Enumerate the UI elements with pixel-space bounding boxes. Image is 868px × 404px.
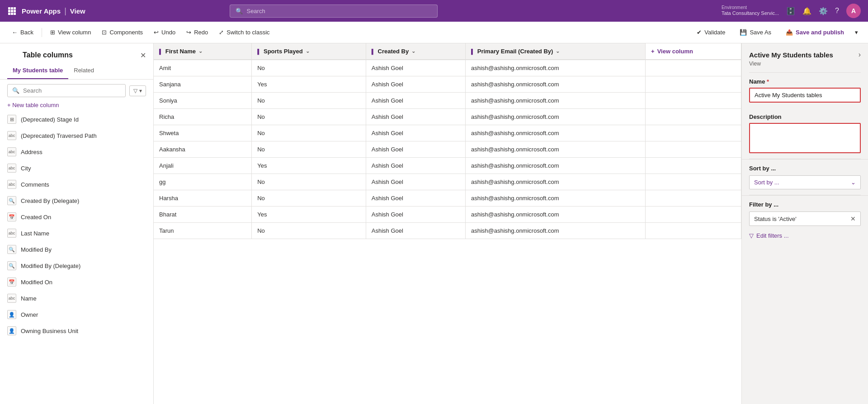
field-icon-abc: abc — [7, 147, 16, 156]
table-row[interactable]: Shweta No Ashish Goel ashish@ashishg.onm… — [154, 125, 741, 141]
nav-right: Environment Tata Consultancy Servic... 🗄… — [722, 4, 861, 18]
list-item[interactable]: 🔍 Modified By — [0, 241, 153, 258]
list-item[interactable]: abc Comments — [0, 176, 153, 193]
right-panel-title: Active My Students tables — [749, 51, 833, 59]
list-item[interactable]: abc Address — [0, 144, 153, 160]
sort-dropdown[interactable]: Sort by ... ⌄ — [749, 175, 861, 189]
edit-filters-button[interactable]: ▽ Edit filters ... — [749, 230, 861, 242]
list-item[interactable]: abc Name — [0, 290, 153, 306]
sort-arrow-sports[interactable]: ⌄ — [306, 48, 310, 54]
sidebar-close-button[interactable]: ✕ — [140, 51, 146, 60]
main-layout: Table columns ✕ My Students table Relate… — [0, 43, 868, 404]
components-button[interactable]: ⊡ Components — [97, 26, 147, 38]
list-item[interactable]: abc City — [0, 160, 153, 176]
sort-arrow-email[interactable]: ⌄ — [556, 48, 560, 54]
description-input-wrapper — [749, 123, 861, 153]
svg-rect-1 — [11, 7, 13, 9]
col-header-firstname[interactable]: ▌ First Name ⌄ — [154, 43, 252, 60]
validate-button[interactable]: ✔ Validate — [690, 26, 731, 38]
bell-icon[interactable]: 🔔 — [802, 7, 811, 15]
right-panel-subtitle: View — [742, 61, 868, 72]
settings-icon[interactable]: ⚙️ — [819, 7, 828, 15]
remove-filter-button[interactable]: ✕ — [850, 215, 856, 222]
grid-body: Amit No Ashish Goel ashish@ashishg.onmic… — [154, 60, 741, 239]
sort-label: Sort by ... — [749, 165, 861, 172]
table-row[interactable]: gg No Ashish Goel ashish@ashishg.onmicro… — [154, 174, 741, 190]
redo-button[interactable]: ↪ Redo — [182, 26, 212, 38]
database-icon[interactable]: 🗄️ — [786, 7, 795, 15]
toolbar-divider — [42, 28, 42, 37]
help-icon[interactable]: ? — [835, 7, 839, 15]
save-as-button[interactable]: 💾 Save As — [733, 26, 778, 38]
waffle-icon[interactable] — [7, 6, 16, 15]
search-input[interactable] — [246, 8, 432, 14]
table-row[interactable]: Bharat Yes Ashish Goel ashish@ashishg.on… — [154, 207, 741, 223]
col-header-createdby[interactable]: ▌ Created By ⌄ — [366, 43, 465, 60]
list-item[interactable]: 👤 Owner — [0, 306, 153, 323]
table-row[interactable]: Amit No Ashish Goel ashish@ashishg.onmic… — [154, 60, 741, 76]
plus-icon: + — [651, 48, 655, 55]
field-icon-grid: ⊞ — [7, 115, 16, 124]
back-icon: ← — [12, 29, 18, 36]
table-row[interactable]: Sanjana Yes Ashish Goel ashish@ashishg.o… — [154, 76, 741, 93]
view-column-button[interactable]: ⊞ View column — [46, 26, 95, 38]
avatar[interactable]: A — [846, 4, 861, 18]
table-row[interactable]: Harsha No Ashish Goel ashish@ashishg.onm… — [154, 190, 741, 207]
list-item[interactable]: 🔍 Created By (Delegate) — [0, 193, 153, 209]
expand-icon[interactable]: › — [859, 51, 861, 59]
publish-dropdown-arrow[interactable]: ▾ — [852, 26, 861, 38]
field-icon-search: 🔍 — [7, 261, 16, 270]
description-input[interactable] — [750, 124, 860, 151]
filter-button[interactable]: ▽ ▾ — [129, 85, 146, 96]
view-column-button-inline[interactable]: + View column — [651, 48, 736, 55]
hamburger-icon[interactable] — [7, 51, 19, 60]
table-row[interactable]: Soniya No Ashish Goel ashish@ashishg.onm… — [154, 93, 741, 109]
col-header-sports[interactable]: ▌ Sports Played ⌄ — [252, 43, 366, 60]
back-button[interactable]: ← Back — [7, 26, 38, 38]
app-title: Power Apps | View — [22, 6, 85, 16]
field-icon-abc: abc — [7, 294, 16, 303]
right-panel: Active My Students tables › View Name * … — [741, 43, 868, 404]
tab-my-students[interactable]: My Students table — [7, 63, 68, 79]
col-header-email[interactable]: ▌ Primary Email (Created By) ⌄ — [465, 43, 645, 60]
switch-classic-button[interactable]: ⤢ Switch to classic — [214, 26, 274, 38]
list-item[interactable]: abc (Deprecated) Traversed Path — [0, 127, 153, 144]
table-row[interactable]: Anjali Yes Ashish Goel ashish@ashishg.on… — [154, 158, 741, 174]
undo-button[interactable]: ↩ Undo — [149, 26, 180, 38]
name-section: Name * — [742, 73, 868, 108]
column-list: ⊞ (Deprecated) Stage Id abc (Deprecated)… — [0, 111, 153, 404]
new-column-button[interactable]: + New table column — [0, 99, 153, 111]
list-item[interactable]: 📅 Modified On — [0, 274, 153, 290]
col-view-column-header[interactable]: + View column — [646, 43, 741, 60]
filter-edit-icon: ▽ — [749, 232, 754, 239]
filter-label: Filter by ... — [749, 201, 861, 208]
list-item[interactable]: 🔍 Modified By (Delegate) — [0, 258, 153, 274]
column-search-input[interactable] — [23, 87, 121, 94]
list-item[interactable]: abc Last Name — [0, 225, 153, 241]
save-as-icon: 💾 — [740, 29, 747, 36]
column-search[interactable]: 🔍 — [7, 84, 126, 97]
table-row[interactable]: Richa No Ashish Goel ashish@ashishg.onmi… — [154, 109, 741, 125]
save-publish-button[interactable]: 📤 Save and publish — [779, 26, 850, 38]
list-item[interactable]: ⊞ (Deprecated) Stage Id — [0, 111, 153, 127]
list-item[interactable]: 📅 Created On — [0, 209, 153, 225]
name-input[interactable] — [750, 89, 860, 102]
svg-rect-5 — [14, 10, 16, 12]
col-icon-createdby: ▌ — [372, 49, 375, 54]
left-sidebar: Table columns ✕ My Students table Relate… — [0, 43, 154, 404]
sidebar-tabs: My Students table Related — [0, 63, 153, 80]
sort-arrow-firstname[interactable]: ⌄ — [198, 48, 203, 54]
svg-rect-6 — [8, 13, 10, 15]
field-icon-person: 👤 — [7, 310, 16, 319]
svg-rect-7 — [11, 13, 13, 15]
tab-related[interactable]: Related — [68, 63, 99, 79]
table-row[interactable]: Aakansha No Ashish Goel ashish@ashishg.o… — [154, 141, 741, 158]
table-row[interactable]: Tarun No Ashish Goel ashish@ashishg.onmi… — [154, 223, 741, 239]
list-item[interactable]: 👤 Owning Business Unit — [0, 323, 153, 339]
components-icon: ⊡ — [102, 29, 107, 36]
search-icon: 🔍 — [236, 8, 243, 14]
sort-arrow-createdby[interactable]: ⌄ — [411, 48, 415, 54]
filter-section: Filter by ... Status is 'Active' ✕ ▽ Edi… — [742, 195, 868, 247]
search-bar[interactable]: 🔍 — [230, 5, 438, 18]
publish-icon: 📤 — [786, 29, 793, 36]
